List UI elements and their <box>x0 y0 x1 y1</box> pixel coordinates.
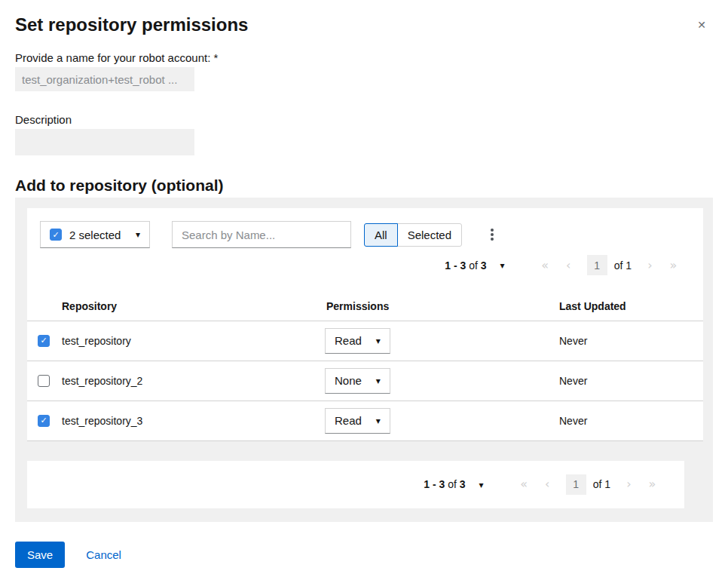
prev-page-button[interactable]: ‹ <box>557 255 580 275</box>
pagination-nav: « ‹ of 1 › » <box>512 474 664 495</box>
repository-panel: ✓ 2 selected ▾ All Selected 1 - 3 of 3 <box>15 198 713 522</box>
angle-double-left-icon: « <box>520 477 528 491</box>
section-heading: Add to repository (optional) <box>15 175 713 196</box>
angle-double-right-icon: » <box>649 477 656 491</box>
save-button[interactable]: Save <box>15 542 65 568</box>
angle-double-left-icon: « <box>541 258 549 272</box>
first-page-button[interactable]: « <box>534 255 557 275</box>
repository-table: Repository Permissions Last Updated ✓ te… <box>27 293 703 441</box>
pagination-range: 1 - 3 of 3 <box>445 259 486 272</box>
description-input[interactable] <box>15 129 194 155</box>
last-updated-value: Never <box>559 401 703 440</box>
angle-right-icon: › <box>647 258 652 272</box>
pagination-top: 1 - 3 of 3 ▾ « ‹ of 1 › » <box>27 253 685 278</box>
caret-down-icon: ▾ <box>500 260 505 271</box>
cancel-button[interactable]: Cancel <box>86 548 121 561</box>
pagination-menu-toggle[interactable]: ▾ <box>500 259 505 271</box>
last-updated-value: Never <box>559 321 703 361</box>
bulk-select-dropdown[interactable]: ✓ 2 selected ▾ <box>40 221 150 248</box>
first-page-button[interactable]: « <box>512 474 536 495</box>
column-header-permissions: Permissions <box>325 293 559 321</box>
permission-label: Read <box>335 334 362 347</box>
close-button[interactable]: ✕ <box>693 17 710 33</box>
pagination-bottom-bar: 1 - 3 of 3 ▾ « ‹ of 1 › » <box>27 461 684 508</box>
prev-page-button[interactable]: ‹ <box>536 474 559 495</box>
caret-down-icon: ▾ <box>136 230 140 239</box>
repository-table-block: ✓ 2 selected ▾ All Selected 1 - 3 of 3 <box>27 208 703 441</box>
permission-select[interactable]: Read ▾ <box>325 328 390 354</box>
kebab-icon <box>491 229 494 241</box>
angle-left-icon: ‹ <box>566 258 570 272</box>
page-number-input[interactable] <box>587 255 607 275</box>
permission-label: None <box>335 374 362 387</box>
permission-label: Read <box>335 414 362 427</box>
column-header-last-updated: Last Updated <box>559 293 703 321</box>
pagination-of-pages: of 1 <box>593 478 610 490</box>
table-row: ✓ test_repository Read ▾ Never <box>27 321 703 361</box>
caret-down-icon: ▾ <box>376 376 381 385</box>
caret-down-icon: ▾ <box>376 336 381 345</box>
toggle-all-button[interactable]: All <box>364 223 398 247</box>
table-row: ✓ test_repository_3 Read ▾ Never <box>27 401 703 440</box>
filter-toggle-group: All Selected <box>364 223 462 247</box>
row-checkbox[interactable]: ✓ <box>38 375 50 387</box>
angle-double-right-icon: » <box>670 258 678 272</box>
check-icon: ✓ <box>52 231 59 239</box>
repository-name: test_repository_3 <box>62 401 325 440</box>
robot-name-label: Provide a name for your robot account: * <box>15 51 713 65</box>
table-row: ✓ test_repository_2 None ▾ Never <box>27 361 703 401</box>
last-updated-value: Never <box>559 361 703 401</box>
check-icon: ✓ <box>40 336 47 345</box>
caret-down-icon: ▾ <box>376 416 381 425</box>
bulk-select-label: 2 selected <box>69 229 121 241</box>
next-page-button[interactable]: › <box>617 474 641 495</box>
last-page-button[interactable]: » <box>641 474 664 495</box>
check-icon: ✓ <box>40 416 47 425</box>
table-header-row: Repository Permissions Last Updated <box>27 293 703 321</box>
repository-name: test_repository_2 <box>62 361 325 401</box>
description-label: Description <box>15 113 713 127</box>
next-page-button[interactable]: › <box>638 255 662 275</box>
caret-down-icon: ▾ <box>479 480 484 490</box>
permission-select[interactable]: None ▾ <box>325 368 390 394</box>
kebab-menu-button[interactable] <box>483 221 501 248</box>
column-header-repository: Repository <box>62 293 325 321</box>
permission-select[interactable]: Read ▾ <box>325 408 390 434</box>
row-checkbox[interactable]: ✓ <box>38 335 50 347</box>
angle-right-icon: › <box>626 477 631 491</box>
last-page-button[interactable]: » <box>662 255 685 275</box>
pagination-bottom: 1 - 3 of 3 ▾ « ‹ of 1 › » <box>424 474 664 495</box>
pagination-range: 1 - 3 of 3 <box>424 478 465 490</box>
row-checkbox[interactable]: ✓ <box>38 415 50 427</box>
table-toolbar: ✓ 2 selected ▾ All Selected <box>27 208 703 248</box>
repository-name: test_repository <box>62 321 325 361</box>
page-title: Set repository permissions <box>15 14 713 36</box>
pagination-menu-toggle[interactable]: ▾ <box>479 479 484 490</box>
bulk-select-checkbox[interactable]: ✓ <box>50 229 62 241</box>
column-header-checkbox <box>27 293 62 321</box>
required-asterisk: * <box>213 51 218 64</box>
angle-left-icon: ‹ <box>545 477 549 491</box>
pagination-nav: « ‹ of 1 › » <box>534 255 685 275</box>
toggle-selected-button[interactable]: Selected <box>397 223 462 247</box>
pagination-of-pages: of 1 <box>614 259 632 272</box>
close-icon: ✕ <box>697 19 706 31</box>
robot-name-input[interactable] <box>15 67 194 91</box>
search-input[interactable] <box>172 221 351 248</box>
modal-footer: Save Cancel <box>15 542 713 568</box>
page-number-input[interactable] <box>566 474 586 495</box>
